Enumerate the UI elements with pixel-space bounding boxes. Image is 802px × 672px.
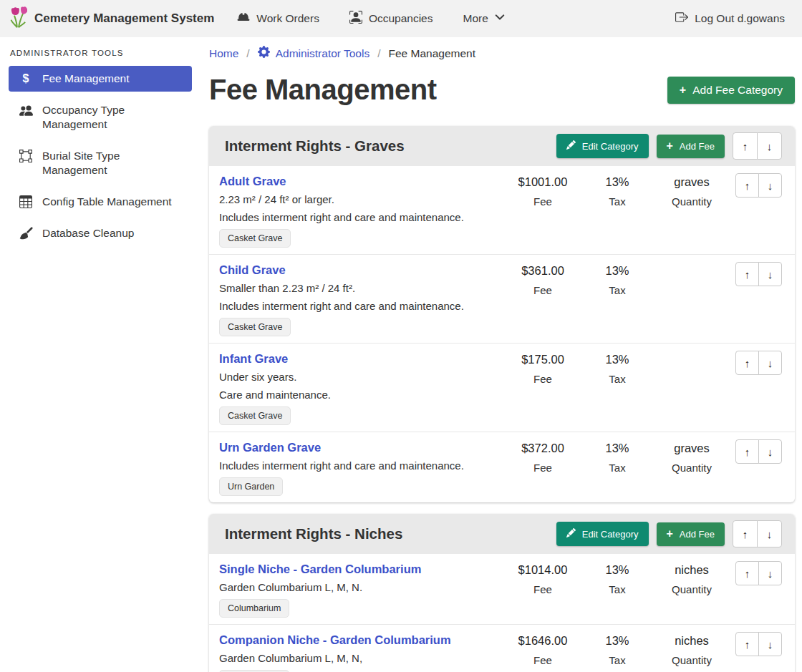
fee-amount-label: Fee (506, 195, 580, 208)
move-up-button[interactable]: ↑ (735, 439, 759, 464)
quantity-col: Quantity (654, 350, 729, 425)
add-fee-label: Add Fee (680, 141, 715, 152)
logout-icon (675, 11, 688, 26)
move-down-button[interactable]: ↓ (757, 132, 782, 160)
quantity-col: graves Quantity (654, 439, 729, 496)
edit-category-label: Edit Category (582, 529, 639, 540)
edit-category-button[interactable]: Edit Category (556, 522, 649, 546)
move-up-button[interactable]: ↑ (735, 561, 759, 585)
nav-item-more[interactable]: More (463, 12, 505, 25)
fee-name-link[interactable]: Infant Grave (219, 351, 288, 366)
broom-icon (19, 226, 33, 240)
hard-hat-icon (237, 11, 250, 26)
edit-category-button[interactable]: Edit Category (556, 134, 649, 158)
tax-label: Tax (580, 654, 654, 666)
breadcrumb-admin-label: Administrator Tools (276, 47, 370, 60)
fee-name-link[interactable]: Child Grave (219, 263, 286, 277)
fee-row: Urn Garden Grave Includes interment righ… (209, 432, 795, 502)
fee-amount-col: $1646.00 Fee (506, 631, 580, 672)
add-fee-button[interactable]: + Add Fee (657, 135, 725, 158)
tax-col: 13% Tax (580, 350, 654, 425)
move-down-button[interactable]: ↓ (758, 351, 782, 375)
sidebar-item-database-cleanup[interactable]: Database Cleanup (9, 220, 192, 246)
sidebar-item-fee-management[interactable]: $ Fee Management (9, 66, 192, 92)
pencil-icon (566, 528, 576, 540)
logout-link[interactable]: Log Out d.gowans (675, 11, 785, 26)
move-up-button[interactable]: ↑ (735, 351, 759, 375)
quantity-col: niches Quantity (654, 560, 729, 618)
fee-amount: $1014.00 (506, 563, 580, 577)
sidebar-item-burial-site-type[interactable]: Burial Site Type Management (9, 143, 192, 183)
fee-row: Child Grave Smaller than 2.23 m² / 24 ft… (209, 255, 795, 344)
move-down-button[interactable]: ↓ (758, 262, 782, 286)
fee-type-badge: Urn Garden (219, 477, 283, 496)
move-down-button[interactable]: ↓ (758, 173, 782, 198)
breadcrumb-home-link[interactable]: Home (209, 47, 238, 60)
tax-rate: 13% (580, 175, 654, 189)
move-up-button[interactable]: ↑ (733, 520, 758, 547)
move-up-button[interactable]: ↑ (735, 632, 759, 656)
move-down-button[interactable]: ↓ (758, 632, 782, 656)
fee-amount-col: $361.00 Fee (506, 261, 580, 336)
gear-icon (258, 46, 270, 61)
move-up-button[interactable]: ↑ (735, 262, 759, 286)
nav-label: More (463, 12, 488, 25)
tax-col: 13% Tax (580, 439, 654, 496)
sidebar-item-label: Database Cleanup (42, 226, 134, 240)
fee-reorder-group: ↑ ↓ (735, 173, 782, 198)
nav-item-work-orders[interactable]: Work Orders (237, 11, 319, 26)
nav-links: Work Orders Occupancies More (237, 11, 505, 26)
fee-description: Smaller than 2.23 m² / 24 ft². (219, 281, 506, 296)
category-card-graves: Interment Rights - Graves Edit Category … (209, 126, 795, 502)
dollar-icon: $ (19, 72, 33, 85)
edit-category-label: Edit Category (582, 141, 639, 152)
category-reorder-group: ↑ ↓ (733, 520, 782, 547)
fee-name-link[interactable]: Single Niche - Garden Columbarium (219, 562, 421, 576)
fee-type-badge: Casket Grave (219, 318, 291, 336)
fee-name-link[interactable]: Adult Grave (219, 174, 286, 188)
quantity-label: Quantity (654, 462, 729, 474)
move-down-button[interactable]: ↓ (758, 561, 782, 585)
tax-rate: 13% (580, 563, 654, 577)
breadcrumb-admin-link[interactable]: Administrator Tools (258, 46, 370, 61)
fee-description: 2.23 m² / 24 ft² or larger. (219, 193, 506, 207)
pencil-icon (566, 140, 576, 152)
add-fee-button[interactable]: + Add Fee (657, 522, 725, 546)
fee-name-link[interactable]: Companion Niche - Garden Columbarium (219, 633, 451, 647)
fee-amount: $1001.00 (506, 175, 580, 189)
fee-reorder-group: ↑ ↓ (735, 561, 782, 585)
move-up-button[interactable]: ↑ (735, 173, 759, 198)
move-down-button[interactable]: ↓ (757, 520, 782, 547)
sidebar-item-label: Fee Management (42, 72, 130, 86)
fee-amount-col: $372.00 Fee (506, 439, 580, 496)
table-icon (19, 195, 33, 208)
fee-amount-col: $1001.00 Fee (506, 172, 580, 248)
fee-description: Garden Columbarium L, M, N. (219, 580, 506, 595)
tax-rate: 13% (580, 633, 654, 648)
category-reorder-group: ↑ ↓ (733, 132, 782, 160)
sidebar-item-occupancy-type[interactable]: Occupancy Type Management (9, 97, 192, 137)
quantity-unit: graves (654, 175, 729, 189)
quantity-label: Quantity (654, 583, 729, 595)
tax-label: Tax (580, 284, 654, 296)
sidebar-item-config-table[interactable]: Config Table Management (9, 189, 192, 215)
fee-name-link[interactable]: Urn Garden Grave (219, 440, 321, 454)
add-fee-category-button[interactable]: + Add Fee Category (667, 77, 795, 104)
breadcrumb: Home / Administrator Tools / Fee Managem… (209, 46, 795, 61)
category-title: Interment Rights - Graves (225, 137, 556, 155)
fee-reorder-group: ↑ ↓ (735, 262, 782, 286)
sidebar: ADMINISTRATOR TOOLS $ Fee Management Occ… (0, 37, 200, 672)
quantity-unit: niches (654, 563, 729, 577)
move-down-button[interactable]: ↓ (758, 439, 782, 464)
quantity-unit: niches (654, 633, 729, 648)
quantity-col: niches Quantity (654, 631, 729, 672)
add-fee-category-label: Add Fee Category (692, 84, 783, 97)
category-card-niches: Interment Rights - Niches Edit Category … (209, 514, 795, 672)
fee-amount-label: Fee (506, 373, 580, 385)
move-up-button[interactable]: ↑ (733, 132, 758, 160)
nav-label: Work Orders (256, 12, 319, 25)
nav-item-occupancies[interactable]: Occupancies (349, 11, 433, 26)
main-content: Home / Administrator Tools / Fee Managem… (200, 37, 802, 672)
fee-description: Includes interment right and care and ma… (219, 459, 506, 473)
fee-row: Infant Grave Under six years. Care and m… (209, 344, 795, 432)
